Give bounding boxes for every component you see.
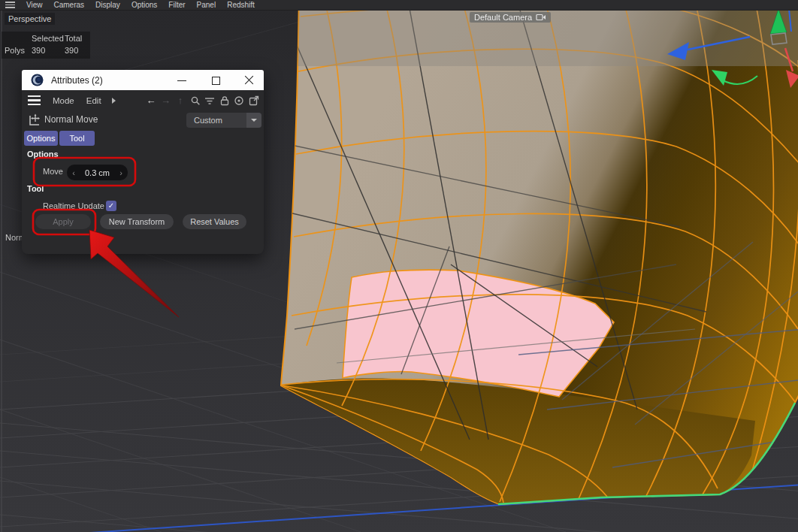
tab-tool[interactable]: Tool — [59, 131, 95, 146]
menu-display[interactable]: Display — [95, 0, 120, 11]
minimize-button[interactable] — [177, 75, 187, 86]
move-value-stepper[interactable]: ‹ 0.3 cm › — [67, 165, 128, 180]
reset-values-button[interactable]: Reset Values — [183, 214, 246, 229]
preset-dropdown-value: Custom — [186, 113, 246, 128]
more-menus-icon[interactable] — [112, 98, 116, 104]
viewport-menu-bar: View Cameras Display Options Filter Pane… — [0, 0, 798, 11]
tool-section-header: Tool — [27, 184, 44, 193]
window-hamburger-icon[interactable] — [28, 95, 41, 106]
normal-move-tool-icon — [27, 113, 41, 127]
apply-button[interactable]: Apply — [35, 214, 91, 229]
search-icon[interactable] — [189, 95, 201, 107]
maximize-button[interactable] — [210, 75, 221, 86]
camera-badge-label: Default Camera — [474, 13, 532, 22]
target-icon[interactable] — [234, 95, 245, 107]
lock-icon[interactable] — [219, 95, 230, 107]
filter-icon[interactable] — [204, 95, 216, 107]
chevron-down-icon[interactable] — [246, 113, 261, 128]
window-toolbar: Mode Edit ← → ↑ — [22, 90, 264, 110]
stats-selected-value: 390 — [32, 46, 65, 55]
realtime-update-checkbox[interactable]: ✓ — [106, 201, 116, 211]
move-value[interactable]: 0.3 cm — [80, 168, 114, 177]
attributes-window[interactable]: Attributes (2) Mode Edit ← → ↑ — [22, 70, 264, 254]
menu-cameras[interactable]: Cameras — [54, 0, 85, 11]
window-titlebar[interactable]: Attributes (2) — [22, 70, 264, 90]
edit-menu[interactable]: Edit — [86, 96, 101, 105]
stats-header-selected: Selected — [32, 34, 65, 43]
camera-icon — [536, 14, 546, 21]
menu-panel[interactable]: Panel — [197, 0, 216, 11]
forward-icon[interactable]: → — [160, 95, 171, 107]
increment-arrow-icon[interactable]: › — [114, 168, 128, 177]
active-tool-status: Normal Move — [5, 233, 23, 242]
cinema4d-logo-icon — [31, 74, 44, 86]
camera-badge[interactable]: Default Camera — [470, 12, 551, 23]
viewport-hamburger-icon[interactable] — [5, 2, 15, 8]
window-title: Attributes (2) — [51, 75, 103, 86]
decrement-arrow-icon[interactable]: ‹ — [67, 168, 80, 177]
open-new-window-icon[interactable] — [248, 95, 259, 107]
stats-total-value: 390 — [65, 46, 87, 55]
options-section-header: Options — [27, 150, 59, 159]
menu-options[interactable]: Options — [131, 0, 157, 11]
menu-view[interactable]: View — [26, 0, 43, 11]
mode-menu[interactable]: Mode — [53, 96, 74, 105]
move-field-label: Move — [43, 167, 63, 176]
view-label[interactable]: Perspective — [5, 13, 55, 25]
close-button[interactable] — [244, 75, 255, 86]
tab-options[interactable]: Options — [24, 131, 58, 146]
active-tool-name: Normal Move — [44, 114, 98, 125]
cinema4d-app: View Cameras Display Options Filter Pane… — [0, 0, 798, 532]
menu-redshift[interactable]: Redshift — [227, 0, 255, 11]
back-icon[interactable]: ← — [146, 95, 157, 107]
up-icon[interactable]: ↑ — [175, 95, 186, 107]
stats-header-total: Total — [65, 34, 87, 43]
preset-dropdown[interactable]: Custom — [186, 113, 261, 128]
realtime-update-label: Realtime Update — [43, 201, 104, 210]
tool-row: Normal Move Custom — [22, 110, 264, 130]
stats-row-label: Polys — [5, 46, 32, 55]
poly-stats: Selected Total Polys 390 390 — [2, 32, 90, 59]
menu-filter[interactable]: Filter — [168, 0, 185, 11]
new-transform-button[interactable]: New Transform — [100, 214, 174, 229]
